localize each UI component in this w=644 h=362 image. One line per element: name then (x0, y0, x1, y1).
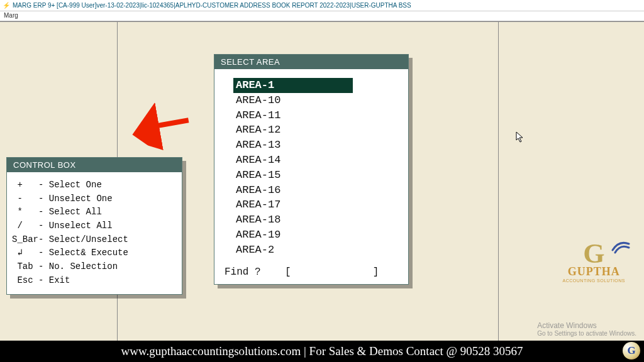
workspace: CONTROL BOX + - Select One - - Unselect … (0, 21, 644, 341)
divider (0, 21, 644, 22)
area-item[interactable]: AREA-12 (233, 123, 398, 138)
footer-badge-icon: G (623, 342, 640, 359)
area-item[interactable]: AREA-13 (233, 138, 398, 153)
control-box-body: + - Select One - - Unselect One * - Sele… (7, 172, 182, 294)
window-title-text: MARG ERP 9+ [CA-999 User]ver-13-02-2023|… (13, 2, 411, 9)
brand-watermark: G GUPTHA ACCOUNTING SOLUTIONS (563, 240, 625, 283)
area-item[interactable]: AREA-15 (233, 168, 398, 183)
control-box-panel: CONTROL BOX + - Select One - - Unselect … (6, 157, 182, 295)
brand-subtitle: ACCOUNTING SOLUTIONS (563, 278, 625, 283)
mouse-cursor-icon (516, 131, 525, 146)
activate-windows-overlay: Activate Windows Go to Settings to activ… (537, 321, 636, 337)
find-label: Find ? (225, 266, 261, 278)
footer-text: www.gupthaaccountingsolutions.com | For … (121, 344, 523, 358)
area-item[interactable]: AREA-18 (233, 212, 398, 228)
select-area-body: AREA-1AREA-10AREA-11AREA-12AREA-13AREA-1… (214, 69, 408, 284)
divider (498, 21, 499, 341)
footer-bar: www.gupthaaccountingsolutions.com | For … (0, 341, 644, 362)
select-area-title: SELECT AREA (214, 55, 408, 69)
select-area-panel: SELECT AREA AREA-1AREA-10AREA-11AREA-12A… (214, 54, 409, 285)
area-item[interactable]: AREA-2 (233, 243, 398, 258)
app-logo-icon: ⚡ (3, 2, 10, 9)
area-item[interactable]: AREA-14 (233, 153, 398, 168)
find-row[interactable]: Find ? [] (225, 266, 398, 278)
annotation-arrow-icon (131, 94, 203, 166)
activate-line1: Activate Windows (537, 321, 636, 330)
area-item[interactable]: AREA-17 (233, 197, 398, 212)
control-box-title: CONTROL BOX (7, 158, 182, 172)
svg-line-1 (149, 104, 189, 143)
area-item[interactable]: AREA-1 (233, 78, 353, 93)
area-item[interactable]: AREA-11 (233, 108, 398, 123)
area-item[interactable]: AREA-10 (233, 93, 398, 108)
menubar: Marg (0, 11, 644, 21)
area-item[interactable]: AREA-19 (233, 228, 398, 243)
brand-g-icon: G (563, 240, 625, 268)
window-titlebar: ⚡ MARG ERP 9+ [CA-999 User]ver-13-02-202… (0, 0, 644, 11)
area-item[interactable]: AREA-16 (233, 183, 398, 198)
area-list: AREA-1AREA-10AREA-11AREA-12AREA-13AREA-1… (233, 78, 398, 258)
activate-line2: Go to Settings to activate Windows. (537, 330, 636, 337)
menu-marg[interactable]: Marg (4, 12, 18, 19)
